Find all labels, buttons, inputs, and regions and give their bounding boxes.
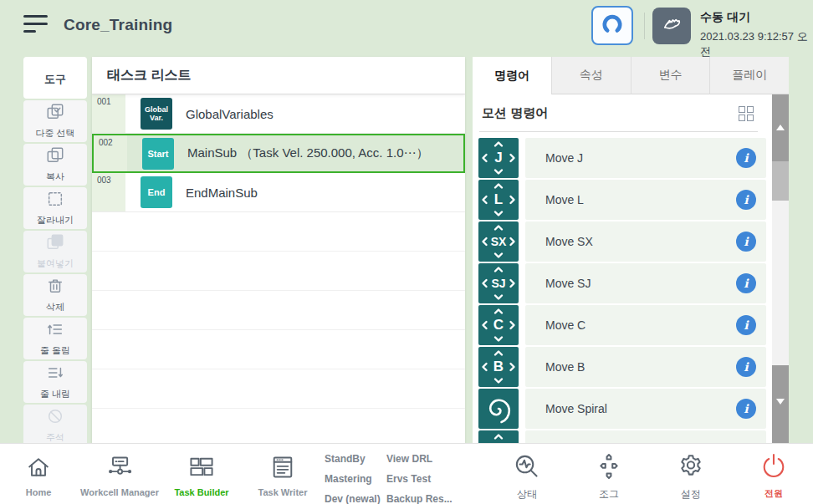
info-icon[interactable]: i — [736, 399, 756, 419]
gear-icon — [677, 469, 705, 483]
robot-status-text: 수동 대기 — [700, 10, 813, 25]
move-l-icon[interactable]: L — [478, 180, 519, 220]
tab-variables[interactable]: 변수 — [631, 57, 710, 94]
move-b-icon[interactable]: B — [478, 347, 519, 387]
sidebar-title-tools: 도구 — [23, 57, 87, 99]
command-row-move-c: C Move C i — [473, 305, 772, 347]
task-row-globalvariables[interactable]: 001 Global Var. GlobalVariables — [92, 94, 465, 134]
command-scrollbar[interactable] — [772, 94, 789, 443]
tab-play[interactable]: 플레이 — [709, 57, 789, 94]
command-row-move-l: L Move L i — [473, 180, 772, 221]
trash-icon — [46, 277, 64, 298]
debug-ervs-test[interactable]: Ervs Test — [386, 469, 453, 489]
move-c-icon[interactable]: C — [478, 305, 519, 345]
section-divider — [479, 131, 758, 132]
nav-settings[interactable]: 설정 — [667, 452, 714, 501]
sidebar-item-line-down[interactable]: 줄 내림 — [23, 361, 87, 403]
scrollbar-thumb[interactable] — [772, 161, 789, 201]
command-list: J Move J i L Move L i — [473, 138, 772, 443]
task-row-label: GlobalVariables — [186, 107, 274, 121]
move-sj-icon[interactable]: SJ — [478, 263, 519, 303]
paste-icon — [46, 233, 64, 255]
status-block: 수동 대기 2021.03.23 9:12:57 오전 — [700, 10, 813, 59]
task-row-endmainsub[interactable]: 003 End EndMainSub — [92, 173, 465, 212]
debug-column-1: StandBy Mastering Dev (newal) — [325, 449, 381, 504]
tool-sidebar: 도구 다중 선택 복사 잘라내기 붙여넣기 — [23, 57, 87, 443]
move-spiral-icon[interactable] — [478, 389, 519, 429]
header-divider — [644, 13, 645, 39]
empty-task-row — [92, 369, 465, 409]
line-up-icon — [46, 320, 64, 342]
workcell-manager-icon — [106, 469, 133, 483]
debug-dev-newal[interactable]: Dev (newal) — [325, 489, 381, 504]
app-root: Core_Training 수동 대기 2021.03.23 9:12: — [0, 0, 813, 504]
bottom-nav-bar: Home Workcell Manager Task Builder Task … — [0, 443, 813, 504]
task-list-panel: 태스크 리스트 001 Global Var. GlobalVariables … — [92, 57, 465, 443]
info-icon[interactable]: i — [736, 273, 756, 293]
multi-select-icon — [46, 103, 64, 125]
tab-commands[interactable]: 명령어 — [473, 57, 551, 94]
prohibit-icon — [46, 407, 64, 429]
command-button[interactable]: Move B i — [525, 347, 766, 387]
command-panel-tabs: 명령어 속성 변수 플레이 — [473, 57, 789, 94]
sidebar-item-paste: 붙여넣기 — [23, 231, 87, 272]
robot-arc-icon — [601, 13, 624, 39]
scroll-down-button[interactable] — [772, 365, 789, 443]
sidebar-item-copy[interactable]: 복사 — [23, 144, 87, 186]
task-builder-icon — [188, 469, 215, 483]
command-button[interactable]: Move SX i — [525, 221, 766, 262]
info-icon[interactable]: i — [736, 148, 756, 168]
partial-command-icon[interactable] — [478, 430, 519, 443]
hand-guiding-button[interactable] — [591, 6, 633, 45]
arrow-up-icon — [776, 125, 785, 130]
command-button[interactable]: Move J i — [525, 138, 766, 178]
nav-power[interactable]: 전원 — [750, 452, 797, 500]
debug-view-drl[interactable]: View DRL — [386, 449, 453, 469]
move-j-icon[interactable]: J — [478, 138, 519, 178]
command-row-move-spiral: Move Spiral i — [473, 389, 772, 430]
command-button[interactable]: Move L i — [525, 180, 766, 220]
globalvar-badge: Global Var. — [141, 98, 172, 130]
command-button[interactable] — [525, 430, 766, 443]
tab-properties[interactable]: 속성 — [551, 57, 631, 94]
sidebar-item-delete[interactable]: 삭제 — [23, 274, 87, 316]
nav-task-builder[interactable]: Task Builder — [171, 454, 232, 497]
grid-view-icon[interactable] — [739, 106, 754, 122]
datetime-text: 2021.03.23 9:12:57 오전 — [700, 29, 813, 59]
manual-mode-badge — [652, 8, 691, 44]
debug-standby[interactable]: StandBy — [325, 449, 381, 469]
hamburger-menu-icon[interactable] — [23, 15, 49, 37]
sidebar-item-multi-select[interactable]: 다중 선택 — [23, 100, 87, 142]
empty-task-row — [92, 252, 465, 291]
nav-jog[interactable]: 조그 — [585, 452, 632, 501]
copy-icon — [46, 146, 64, 168]
scroll-up-button[interactable] — [772, 94, 789, 161]
power-icon — [759, 469, 788, 483]
row-number: 001 — [92, 94, 125, 133]
command-button[interactable]: Move SJ i — [525, 263, 766, 303]
task-row-mainsub-selected[interactable]: 002 Start MainSub （Task Vel. 250.000, Ac… — [92, 134, 465, 173]
debug-backup-res[interactable]: Backup Res... — [386, 489, 453, 504]
motion-commands-title: 모션 명령어 — [482, 105, 548, 121]
sidebar-item-comment: 주석 — [23, 405, 87, 443]
info-icon[interactable]: i — [736, 190, 756, 210]
nav-workcell-manager[interactable]: Workcell Manager — [74, 454, 166, 497]
sidebar-item-line-up[interactable]: 줄 올림 — [23, 318, 87, 359]
nav-home[interactable]: Home — [14, 454, 63, 497]
nav-status[interactable]: 상태 — [504, 452, 550, 501]
info-icon[interactable]: i — [736, 232, 756, 252]
header: Core_Training 수동 대기 2021.03.23 9:12: — [0, 0, 813, 52]
debug-mastering[interactable]: Mastering — [325, 469, 381, 489]
sidebar-item-cut[interactable]: 잘라내기 — [23, 187, 87, 229]
info-icon[interactable]: i — [736, 315, 756, 335]
command-button[interactable]: Move C i — [525, 305, 766, 345]
info-icon[interactable]: i — [736, 357, 756, 377]
empty-task-row — [92, 409, 465, 443]
command-row-move-sx: SX Move SX i — [473, 221, 772, 263]
row-number: 003 — [92, 173, 125, 211]
nav-task-writer[interactable]: Task Writer — [251, 454, 314, 497]
command-button[interactable]: Move Spiral i — [525, 389, 766, 429]
motion-command-panel: 모션 명령어 J Move J i L Move L — [473, 94, 789, 443]
row-number: 002 — [94, 135, 127, 171]
move-sx-icon[interactable]: SX — [478, 221, 519, 262]
